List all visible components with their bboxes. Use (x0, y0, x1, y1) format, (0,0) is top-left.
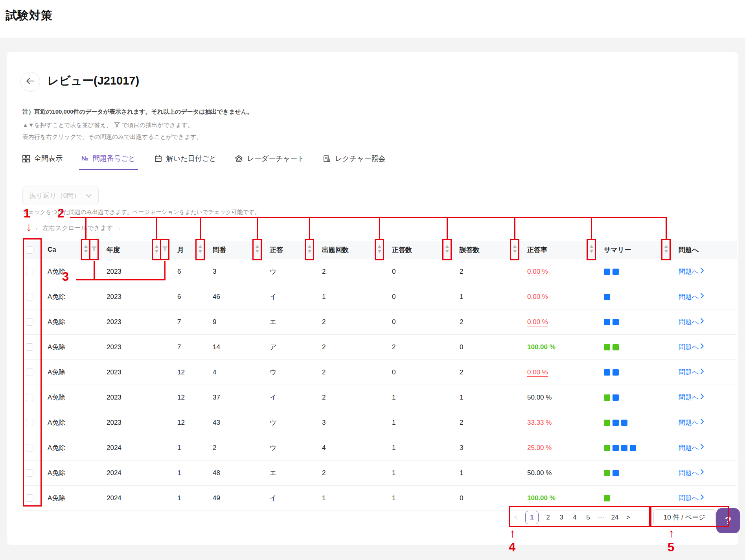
tab-by-solved-date[interactable]: 解いた日付ごと (155, 154, 217, 163)
sort-carets-icon[interactable] (445, 245, 449, 255)
page-number-3[interactable]: 3 (557, 514, 565, 521)
cell-ca: A免除 (43, 435, 102, 460)
radar-icon (235, 155, 243, 162)
go-to-question-link[interactable]: 問題へ (679, 468, 705, 477)
table-row[interactable]: A免除202412ウ41325.00 %問題へ (22, 435, 737, 461)
go-to-question-link[interactable]: 問題へ (679, 292, 705, 301)
jump-pages-ellipsis[interactable]: ••• (598, 515, 605, 520)
go-to-question-link[interactable]: 問題へ (679, 343, 705, 352)
column-header-summary: サマリー (599, 241, 674, 259)
help-button[interactable]: ? (716, 508, 740, 533)
filter-funnel-icon[interactable] (91, 246, 97, 254)
sort-carets-icon[interactable] (198, 245, 202, 255)
go-to-question-link[interactable]: 問題へ (679, 368, 705, 377)
table-row[interactable]: A免除2024149イ110100.00 %問題へ (22, 486, 737, 511)
table-row[interactable]: A免除2024148エ21150.00 %問題へ (22, 461, 737, 486)
row-checkbox[interactable] (26, 268, 33, 275)
column-header-correct: 正答数 (387, 241, 455, 259)
page-number-2[interactable]: 2 (544, 514, 552, 521)
cell-ans: イ (265, 284, 317, 309)
row-checkbox[interactable] (26, 368, 33, 376)
cell-rate: 50.00 % (522, 385, 599, 410)
sort-carets-icon[interactable] (155, 245, 159, 255)
table-row[interactable]: A免除202379エ2020.00 %問題へ (22, 309, 737, 335)
summary-square-blue (613, 369, 619, 376)
go-to-question-link[interactable]: 問題へ (679, 494, 705, 503)
select-all-checkbox[interactable] (26, 246, 33, 254)
page-number-24[interactable]: 24 (611, 514, 619, 521)
cell-wrong: 2 (455, 259, 522, 284)
next-page-button[interactable]: > (624, 514, 632, 521)
table-row[interactable]: A免除2023646イ1010.00 %問題へ (22, 284, 737, 309)
page-number-1[interactable]: 1 (525, 511, 539, 524)
page-number-5[interactable]: 5 (584, 514, 592, 521)
cell-correct: 1 (387, 486, 455, 510)
row-checkbox[interactable] (26, 444, 33, 451)
sort-carets-icon[interactable] (307, 245, 312, 255)
chevron-right-icon (700, 469, 705, 477)
page-size-select[interactable]: 10 件 / ページ (653, 509, 716, 525)
table-row[interactable]: A免除20231243ウ31233.33 %問題へ (22, 410, 737, 435)
table-row[interactable]: A免除20231237イ21150.00 %問題へ (22, 385, 737, 410)
sort-carets-icon[interactable] (84, 245, 88, 255)
go-to-question-link[interactable]: 問題へ (679, 418, 705, 427)
cell-ca: A免除 (43, 486, 102, 510)
table-row[interactable]: A免除2023714ア220100.00 %問題へ (22, 335, 737, 360)
cell-link: 問題へ (674, 435, 737, 460)
go-to-question-link[interactable]: 問題へ (679, 317, 705, 326)
sort-carets-icon[interactable] (664, 245, 668, 255)
column-label: 問番 (213, 245, 226, 254)
go-to-question-link[interactable]: 問題へ (679, 393, 705, 402)
question-mark-icon: ? (725, 515, 732, 527)
select-all-cell (22, 241, 43, 259)
back-button[interactable] (20, 72, 40, 92)
sort-carets-icon[interactable] (589, 245, 594, 255)
tab-lecture-lookup[interactable]: レクチャー照会 (323, 154, 385, 163)
row-checkbox[interactable] (26, 318, 33, 326)
summary-square-blue (604, 319, 610, 325)
link-label: 問題へ (679, 343, 699, 352)
sort-carets-icon[interactable] (377, 245, 382, 255)
cell-wrong: 2 (455, 410, 522, 435)
prev-page-button[interactable]: < (512, 514, 520, 521)
go-to-question-link[interactable]: 問題へ (679, 443, 705, 452)
row-checkbox[interactable] (26, 394, 33, 401)
lecture-search-icon (323, 155, 331, 162)
sort-carets-icon[interactable] (255, 245, 259, 255)
sort-carets-icon[interactable] (513, 245, 517, 255)
tab-by-question-number[interactable]: № 問題番号ごと (81, 154, 136, 163)
row-checkbox[interactable] (26, 343, 33, 351)
link-label: 問題へ (679, 368, 699, 377)
note-line-2-after: で項目の抽出ができます。 (122, 122, 193, 129)
row-checkbox[interactable] (26, 419, 33, 426)
filter-funnel-icon (114, 122, 120, 129)
filter-funnel-icon[interactable] (162, 246, 168, 254)
page-number-4[interactable]: 4 (571, 514, 579, 521)
summary-square-blue (630, 445, 636, 451)
note-line-2-before: ▲▼を押すことで表を並び替え、 (22, 122, 112, 129)
tab-radar-chart[interactable]: レーダーチャート (235, 154, 304, 163)
cell-correct: 0 (387, 259, 455, 284)
cell-link: 問題へ (674, 385, 737, 410)
top-band (0, 0, 745, 38)
note-line-2: ▲▼を押すことで表を並び替え、 で項目の抽出ができます。 (22, 122, 193, 129)
row-checkbox[interactable] (26, 293, 33, 300)
cell-year: 2023 (102, 284, 173, 309)
header-icons (195, 239, 205, 260)
review-dropdown-label: 振り返り（0問） (29, 191, 80, 200)
tab-all-questions[interactable]: 全問表示 (22, 154, 63, 163)
cell-rate: 33.33 % (522, 410, 599, 435)
table-row[interactable]: A免除202363ウ2020.00 %問題へ (22, 259, 737, 284)
row-checkbox[interactable] (26, 494, 33, 502)
cell-summary (599, 385, 674, 410)
row-checkbox[interactable] (26, 469, 33, 477)
cell-ca: A免除 (43, 385, 102, 410)
annotation-box-sorter (510, 239, 519, 260)
table-row[interactable]: A免除2023124ウ2020.00 %問題へ (22, 360, 737, 385)
cell-link: 問題へ (674, 360, 737, 385)
cell-correct: 0 (387, 309, 455, 334)
review-dropdown-button[interactable]: 振り返り（0問） (22, 186, 99, 205)
link-label: 問題へ (679, 317, 699, 326)
go-to-question-link[interactable]: 問題へ (679, 267, 705, 276)
cell-num: 48 (208, 461, 265, 485)
